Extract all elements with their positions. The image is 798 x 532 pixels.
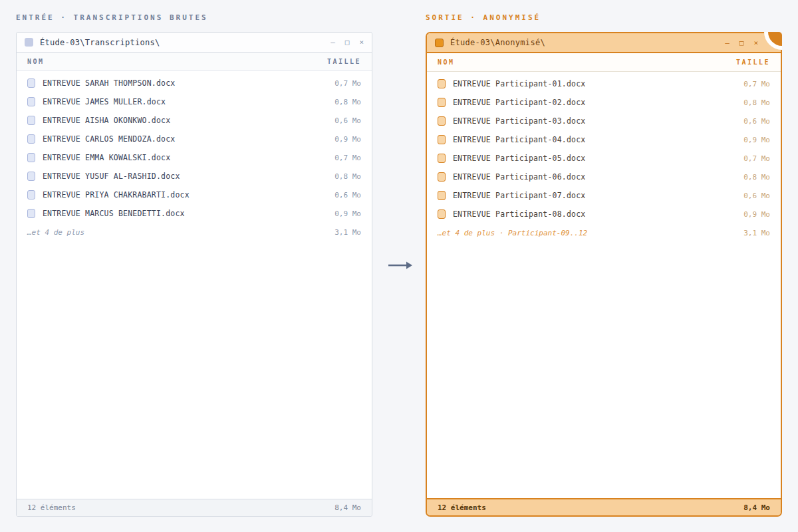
output-window: Étude-03\Anonymisé\ – □ × NOM TAILLE ENT…: [426, 32, 782, 517]
file-name: ENTREVUE Participant-04.docx: [453, 135, 736, 144]
input-file-list: ENTREVUE SARAH THOMPSON.docx 0,7 Mo ENTR…: [17, 71, 372, 223]
file-row[interactable]: ENTREVUE PRIYA CHAKRABARTI.docx 0,6 Mo: [17, 186, 372, 204]
window-controls: – □ ×: [725, 39, 758, 47]
more-files-size: 3,1 Mo: [334, 228, 361, 237]
item-count: 12 éléments: [438, 503, 486, 512]
folder-icon: [25, 38, 33, 47]
document-icon: [27, 134, 35, 144]
file-size: 0,7 Mo: [743, 154, 770, 163]
document-icon: [438, 98, 446, 107]
file-size: 0,6 Mo: [334, 191, 361, 200]
file-name: ENTREVUE PRIYA CHAKRABARTI.docx: [43, 190, 327, 200]
file-size: 0,9 Mo: [743, 136, 770, 144]
column-header-name[interactable]: NOM: [438, 59, 455, 66]
file-row[interactable]: ENTREVUE SARAH THOMPSON.docx 0,7 Mo: [17, 74, 372, 92]
file-row[interactable]: ENTREVUE Participant-03.docx 0,6 Mo: [427, 112, 781, 130]
minimize-icon[interactable]: –: [331, 38, 335, 47]
document-icon: [438, 191, 446, 200]
file-row[interactable]: ENTREVUE Participant-04.docx 0,9 Mo: [427, 130, 781, 149]
file-size: 0,6 Mo: [743, 192, 770, 200]
file-name: ENTREVUE MARCUS BENEDETTI.docx: [43, 209, 327, 218]
input-window-titlebar[interactable]: Étude-03\Transcriptions\ – □ ×: [17, 33, 372, 53]
file-name: ENTREVUE Participant-02.docx: [453, 98, 736, 107]
file-size: 0,6 Mo: [334, 116, 361, 125]
file-row[interactable]: ENTREVUE Participant-07.docx 0,6 Mo: [427, 186, 781, 205]
folder-icon: [435, 39, 444, 47]
file-size: 0,7 Mo: [334, 79, 361, 88]
file-row[interactable]: ENTREVUE Participant-05.docx 0,7 Mo: [427, 149, 781, 168]
empty-area: [427, 242, 781, 498]
total-size: 8,4 Mo: [743, 503, 770, 512]
file-row[interactable]: ENTREVUE Participant-06.docx 0,8 Mo: [427, 168, 781, 186]
document-icon: [27, 153, 35, 162]
file-name: ENTREVUE Participant-01.docx: [453, 79, 736, 88]
document-icon: [438, 172, 446, 182]
document-icon: [27, 190, 35, 200]
column-header-size[interactable]: TAILLE: [327, 58, 361, 65]
file-name: ENTREVUE Participant-03.docx: [453, 116, 736, 126]
document-icon: [27, 97, 35, 106]
file-name: ENTREVUE Participant-06.docx: [453, 172, 736, 182]
file-name: ENTREVUE SARAH THOMPSON.docx: [43, 78, 327, 88]
file-size: 0,7 Mo: [743, 80, 770, 88]
more-files-row[interactable]: …et 4 de plus 3,1 Mo: [17, 223, 372, 241]
file-size: 0,8 Mo: [334, 98, 361, 106]
file-size: 0,9 Mo: [743, 210, 770, 219]
file-row[interactable]: ENTREVUE AISHA OKONKWO.docx 0,6 Mo: [17, 111, 372, 130]
document-icon: [438, 154, 446, 163]
file-row[interactable]: ENTREVUE JAMES MULLER.docx 0,8 Mo: [17, 92, 372, 111]
file-name: ENTREVUE AISHA OKONKWO.docx: [43, 116, 327, 125]
file-name: ENTREVUE YUSUF AL-RASHID.docx: [43, 172, 327, 181]
column-header-size[interactable]: TAILLE: [736, 59, 770, 66]
file-size: 0,8 Mo: [334, 172, 361, 181]
document-icon: [27, 209, 35, 218]
file-row[interactable]: ENTREVUE EMMA KOWALSKI.docx 0,7 Mo: [17, 148, 372, 167]
transform-arrow-icon: [387, 259, 414, 271]
folded-corner-decoration: [764, 32, 782, 50]
file-row[interactable]: ENTREVUE Participant-02.docx 0,8 Mo: [427, 93, 781, 112]
maximize-icon[interactable]: □: [345, 38, 350, 47]
file-row[interactable]: ENTREVUE MARCUS BENEDETTI.docx 0,9 Mo: [17, 204, 372, 223]
file-size: 0,8 Mo: [743, 98, 770, 107]
output-window-titlebar[interactable]: Étude-03\Anonymisé\ – □ ×: [427, 33, 781, 53]
total-size: 8,4 Mo: [334, 503, 361, 512]
file-name: ENTREVUE Participant-08.docx: [453, 209, 736, 219]
column-header-name[interactable]: NOM: [27, 58, 45, 65]
file-name: ENTREVUE Participant-07.docx: [453, 191, 736, 200]
input-window-title: Étude-03\Transcriptions\: [40, 38, 324, 47]
document-icon: [27, 78, 35, 88]
empty-area: [17, 241, 372, 499]
more-files-label: …et 4 de plus · Participant-09..12: [438, 229, 587, 237]
more-files-size: 3,1 Mo: [743, 229, 770, 237]
file-size: 0,8 Mo: [743, 173, 770, 182]
input-statusbar: 12 éléments 8,4 Mo: [17, 499, 372, 516]
file-name: ENTREVUE CARLOS MENDOZA.docx: [43, 134, 327, 144]
item-count: 12 éléments: [27, 503, 76, 512]
file-row[interactable]: ENTREVUE Participant-08.docx 0,9 Mo: [427, 205, 781, 223]
document-icon: [438, 116, 446, 126]
file-name: ENTREVUE Participant-05.docx: [453, 154, 736, 163]
document-icon: [438, 135, 446, 144]
column-header-row: NOM TAILLE: [17, 53, 372, 71]
input-section-label: ENTRÉE · TRANSCRIPTIONS BRUTES: [16, 13, 208, 22]
output-window-title: Étude-03\Anonymisé\: [450, 38, 718, 47]
file-size: 0,7 Mo: [334, 154, 361, 162]
document-icon: [27, 116, 35, 125]
output-file-list: ENTREVUE Participant-01.docx 0,7 Mo ENTR…: [427, 72, 781, 223]
file-size: 0,6 Mo: [743, 117, 770, 126]
file-row[interactable]: ENTREVUE CARLOS MENDOZA.docx 0,9 Mo: [17, 130, 372, 148]
file-row[interactable]: ENTREVUE YUSUF AL-RASHID.docx 0,8 Mo: [17, 167, 372, 186]
maximize-icon[interactable]: □: [739, 39, 744, 47]
close-icon[interactable]: ×: [753, 39, 758, 47]
more-files-label: …et 4 de plus: [27, 228, 84, 237]
input-window: Étude-03\Transcriptions\ – □ × NOM TAILL…: [16, 32, 372, 517]
more-files-row[interactable]: …et 4 de plus · Participant-09..12 3,1 M…: [427, 223, 781, 242]
document-icon: [438, 79, 446, 88]
minimize-icon[interactable]: –: [725, 39, 730, 47]
document-icon: [27, 172, 35, 181]
output-section-label: SORTIE · ANONYMISÉ: [426, 13, 541, 22]
document-icon: [438, 209, 446, 219]
file-size: 0,9 Mo: [334, 209, 361, 218]
close-icon[interactable]: ×: [359, 38, 364, 47]
file-row[interactable]: ENTREVUE Participant-01.docx 0,7 Mo: [427, 74, 781, 93]
